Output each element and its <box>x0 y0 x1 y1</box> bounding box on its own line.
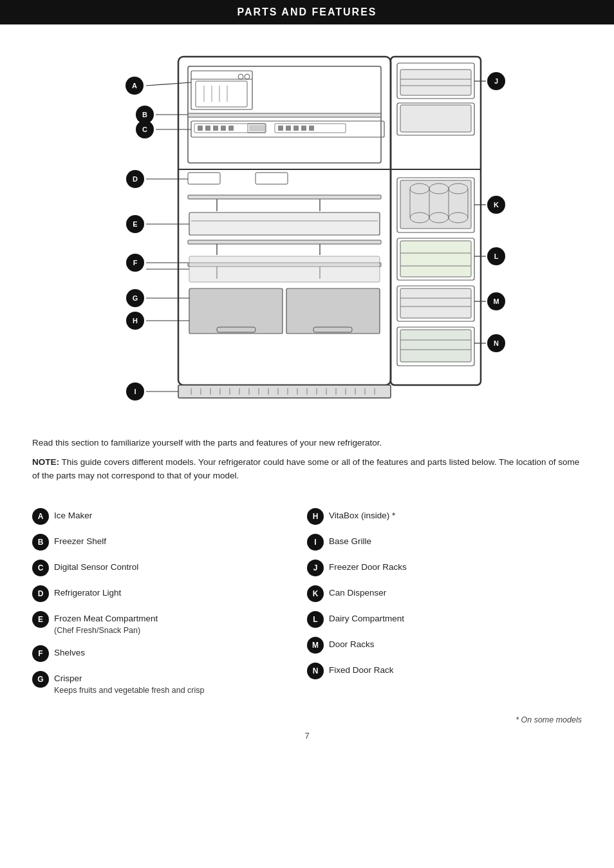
intro-text: Read this section to familiarize yoursel… <box>32 437 582 449</box>
part-item-k: KCan Dispenser <box>307 585 582 602</box>
page-header: PARTS AND FEATURES <box>0 0 614 24</box>
diagram-area: A B C D E F G <box>0 37 614 430</box>
part-item-b: BFreezer Shelf <box>32 534 307 551</box>
part-badge-f: F <box>32 645 49 662</box>
svg-rect-20 <box>213 126 218 131</box>
part-item-e: EFrozen Meat Compartment(Chef Fresh/Snac… <box>32 611 307 636</box>
svg-text:M: M <box>493 297 499 305</box>
svg-rect-32 <box>188 195 381 199</box>
diagram-svg: A B C D E F G <box>88 44 526 417</box>
part-label-b: Freezer Shelf <box>54 534 106 548</box>
svg-rect-14 <box>188 113 381 117</box>
svg-text:J: J <box>494 77 498 85</box>
svg-text:I: I <box>134 388 136 395</box>
part-item-f: FShelves <box>32 645 307 662</box>
svg-rect-93 <box>400 288 471 318</box>
note-label: NOTE: <box>32 457 59 467</box>
part-badge-g: G <box>32 671 49 688</box>
part-item-m: MDoor Racks <box>307 637 582 654</box>
part-label-e: Frozen Meat Compartment(Chef Fresh/Snack… <box>54 611 158 636</box>
part-label-g: CrisperKeeps fruits and vegetable fresh … <box>54 671 204 696</box>
part-label-m: Door Racks <box>329 637 375 651</box>
svg-text:B: B <box>142 111 147 118</box>
svg-text:E: E <box>133 220 137 228</box>
svg-rect-23 <box>278 126 283 131</box>
svg-rect-30 <box>188 173 220 184</box>
svg-rect-19 <box>205 126 210 131</box>
part-badge-n: N <box>307 663 324 679</box>
part-item-g: GCrisperKeeps fruits and vegetable fresh… <box>32 671 307 696</box>
svg-rect-37 <box>188 240 381 244</box>
part-label-h: VitaBox (inside) * <box>329 508 395 522</box>
part-item-l: LDairy Compartment <box>307 611 582 628</box>
svg-rect-89 <box>400 241 471 277</box>
part-item-a: AIce Maker <box>32 508 307 525</box>
svg-rect-29 <box>249 125 265 131</box>
part-badge-a: A <box>32 508 49 525</box>
svg-point-12 <box>238 74 243 79</box>
part-badge-m: M <box>307 637 324 654</box>
part-label-c: Digital Sensor Control <box>54 560 138 574</box>
part-badge-c: C <box>32 560 49 576</box>
part-badge-e: E <box>32 611 49 628</box>
svg-text:D: D <box>133 175 138 183</box>
page-footer: 7 <box>0 724 614 747</box>
svg-text:A: A <box>132 82 137 90</box>
refrigerator-diagram: A B C D E F G <box>88 44 526 417</box>
intro-section: Read this section to familiarize yoursel… <box>0 430 614 495</box>
part-item-d: DRefrigerator Light <box>32 585 307 602</box>
svg-rect-35 <box>189 212 380 235</box>
svg-rect-18 <box>198 126 203 131</box>
svg-rect-22 <box>228 126 234 131</box>
svg-rect-77 <box>400 180 471 229</box>
svg-text:K: K <box>494 201 499 209</box>
part-label-j: Freezer Door Racks <box>329 560 407 574</box>
part-sublabel-e: (Chef Fresh/Snack Pan) <box>54 625 158 637</box>
svg-rect-25 <box>293 126 299 131</box>
svg-text:L: L <box>494 252 499 260</box>
parts-col-left: AIce MakerBFreezer ShelfCDigital Sensor … <box>32 508 307 706</box>
svg-rect-31 <box>256 173 288 184</box>
svg-rect-7 <box>196 81 247 107</box>
part-badge-d: D <box>32 585 49 602</box>
part-badge-j: J <box>307 560 324 576</box>
part-badge-l: L <box>307 611 324 628</box>
svg-rect-27 <box>309 126 314 131</box>
part-sublabel-g: Keeps fruits and vegetable fresh and cri… <box>54 685 204 697</box>
part-item-c: CDigital Sensor Control <box>32 560 307 576</box>
part-label-n: Fixed Door Rack <box>329 663 394 677</box>
part-badge-i: I <box>307 534 324 551</box>
svg-text:C: C <box>142 126 147 133</box>
part-item-h: HVitaBox (inside) * <box>307 508 582 525</box>
part-label-i: Base Grille <box>329 534 371 548</box>
part-label-f: Shelves <box>54 645 85 659</box>
part-item-j: JFreezer Door Racks <box>307 560 582 576</box>
svg-rect-21 <box>221 126 226 131</box>
parts-list: AIce MakerBFreezer ShelfCDigital Sensor … <box>0 495 614 712</box>
part-label-k: Can Dispenser <box>329 585 386 599</box>
svg-rect-26 <box>301 126 306 131</box>
svg-text:G: G <box>133 294 138 302</box>
svg-text:N: N <box>494 339 499 347</box>
svg-text:H: H <box>133 317 138 325</box>
svg-rect-48 <box>178 385 391 398</box>
svg-rect-74 <box>400 105 471 132</box>
part-label-d: Refrigerator Light <box>54 585 121 599</box>
svg-text:F: F <box>133 259 138 267</box>
svg-line-100 <box>146 82 191 86</box>
part-badge-k: K <box>307 585 324 602</box>
header-title: PARTS AND FEATURES <box>237 6 377 17</box>
svg-rect-47 <box>189 256 380 282</box>
footnote: * On some models <box>0 712 614 724</box>
part-label-a: Ice Maker <box>54 508 92 522</box>
part-label-l: Dairy Compartment <box>329 611 404 625</box>
parts-col-right: HVitaBox (inside) *IBase GrilleJFreezer … <box>307 508 582 706</box>
part-badge-h: H <box>307 508 324 525</box>
part-item-i: IBase Grille <box>307 534 582 551</box>
note-text: NOTE: This guide covers different models… <box>32 456 582 482</box>
svg-rect-97 <box>400 330 471 362</box>
part-badge-b: B <box>32 534 49 551</box>
svg-rect-24 <box>286 126 291 131</box>
svg-point-13 <box>245 74 250 79</box>
part-item-n: NFixed Door Rack <box>307 663 582 679</box>
